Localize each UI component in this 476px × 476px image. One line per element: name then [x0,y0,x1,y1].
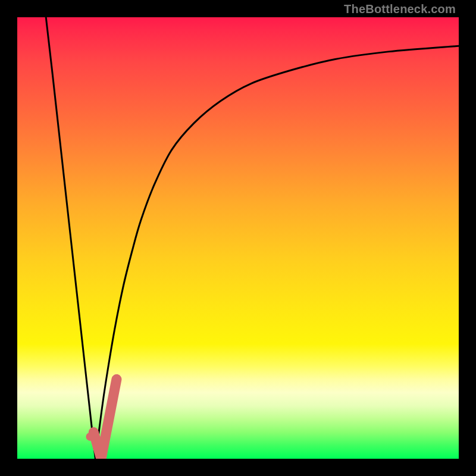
curve-layer [17,17,459,459]
curve-left-branch [46,17,95,459]
plot-area [17,17,459,459]
curve-right-branch [95,46,459,459]
performance-curve [46,17,459,459]
chart-frame: TheBottleneck.com [0,0,476,476]
attribution-text: TheBottleneck.com [344,2,456,16]
